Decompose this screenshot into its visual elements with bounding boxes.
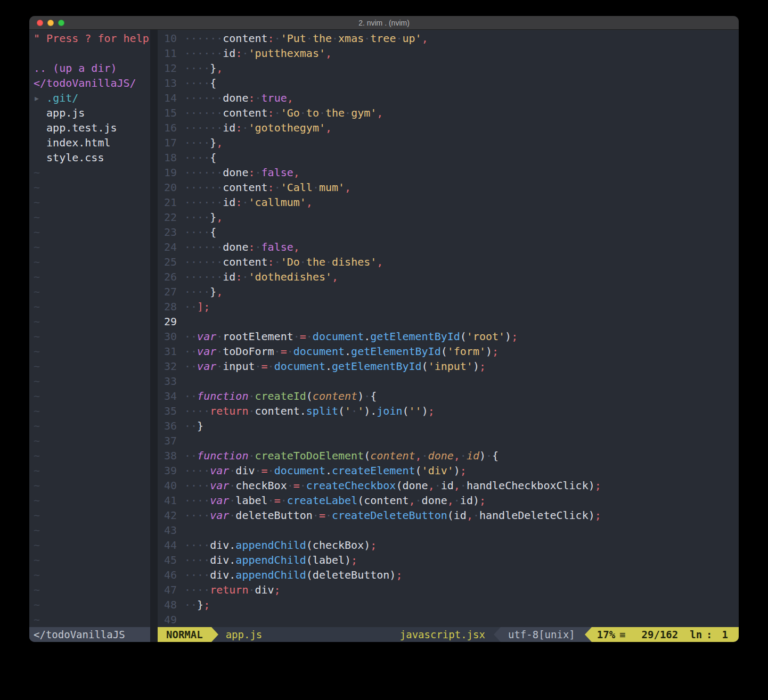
- whitespace-dot: ·: [184, 151, 191, 164]
- whitespace-dot: ·: [184, 32, 191, 45]
- code-line[interactable]: 30··var·rootElement·=·document.getElemen…: [158, 329, 739, 344]
- code-line[interactable]: 38··function·createToDoElement(content,·…: [158, 448, 739, 463]
- code-line[interactable]: 11······id:·'putthexmas',: [158, 46, 739, 61]
- code-line[interactable]: 35····return·content.split('·').join('')…: [158, 403, 739, 418]
- code-line[interactable]: 19······done:·false,: [158, 165, 739, 180]
- whitespace-dot: ·: [197, 554, 203, 566]
- whitespace-dot: ·: [184, 509, 191, 522]
- empty-line-tilde: ~: [34, 612, 150, 627]
- code-token: ): [505, 330, 511, 343]
- code-line[interactable]: 27····},: [158, 284, 739, 299]
- file-style-css[interactable]: style.css: [34, 150, 150, 165]
- code-token: 'input': [428, 360, 473, 373]
- code-token: checkBox: [235, 479, 287, 492]
- column-number: 1: [722, 629, 728, 640]
- code-line[interactable]: 40····var·checkBox·=·createCheckbox(done…: [158, 478, 739, 493]
- whitespace-dot: ·: [197, 569, 203, 581]
- whitespace-dot: ·: [210, 121, 216, 134]
- line-number: 48: [158, 597, 177, 612]
- whitespace-dot: ·: [473, 509, 479, 522]
- text-token: style.css: [34, 151, 104, 164]
- text-token: .git/: [46, 92, 78, 104]
- code-line[interactable]: 43: [158, 523, 739, 538]
- minimize-button[interactable]: [47, 20, 54, 26]
- up-dir[interactable]: .. (up a dir): [34, 61, 150, 76]
- code-line[interactable]: 18····{: [158, 150, 739, 165]
- whitespace-dot: ·: [191, 554, 197, 566]
- close-button[interactable]: [37, 20, 43, 26]
- code-line[interactable]: 31··var·toDoForm·=·document.getElementBy…: [158, 344, 739, 359]
- whitespace-dot: ·: [268, 464, 274, 477]
- code-line[interactable]: 22····},: [158, 210, 739, 225]
- text-token: app.js: [34, 106, 85, 119]
- code-line[interactable]: 32··var·input·=·document.getElementById(…: [158, 359, 739, 374]
- code-line[interactable]: 36··}: [158, 418, 739, 433]
- line-number: 49: [158, 612, 177, 627]
- code-line[interactable]: 42····var·deleteButton·=·createDeleteBut…: [158, 508, 739, 523]
- code-token: 'Call: [281, 181, 313, 194]
- code-line[interactable]: 20······content:·'Call·mum',: [158, 180, 739, 195]
- line-text: ······content:·'Put·the·xmas·tree·up',: [184, 32, 428, 45]
- code-editor[interactable]: 10······content:·'Put·the·xmas·tree·up',…: [158, 30, 739, 627]
- code-token: div.: [210, 539, 235, 551]
- code-line[interactable]: 48··};: [158, 597, 739, 612]
- code-line[interactable]: 13····{: [158, 76, 739, 90]
- zoom-button[interactable]: [58, 20, 64, 26]
- code-token: ): [473, 360, 479, 373]
- code-line[interactable]: 41····var·label·=·createLabel(content,·d…: [158, 493, 739, 508]
- file-index-html[interactable]: index.html: [34, 135, 150, 150]
- line-number: 14: [158, 90, 177, 105]
- whitespace-dot: ·: [197, 285, 203, 298]
- code-line[interactable]: 23····{: [158, 225, 739, 240]
- code-line[interactable]: 44····div.appendChild(checkBox);: [158, 538, 739, 553]
- dir-git[interactable]: ▸ .git/: [34, 90, 150, 105]
- whitespace-dot: ·: [364, 32, 370, 45]
- line-text: ······content:·'Do·the·dishes',: [184, 256, 383, 268]
- text-token: app.test.js: [34, 121, 117, 134]
- code-line[interactable]: 47····return·div;: [158, 582, 739, 597]
- code-line[interactable]: 21······id:·'callmum',: [158, 195, 739, 210]
- text-token: index.html: [34, 136, 111, 149]
- whitespace-dot: ·: [191, 62, 197, 75]
- code-line[interactable]: 26······id:·'dothedishes',: [158, 269, 739, 284]
- code-token: }: [210, 211, 216, 224]
- line-text: ······content:·'Go·to·the·gym',: [184, 106, 383, 119]
- code-line[interactable]: 14······done:·true,: [158, 90, 739, 105]
- code-token: false: [262, 241, 293, 253]
- code-line[interactable]: 46····div.appendChild(deleteButton);: [158, 567, 739, 582]
- whitespace-dot: ·: [274, 32, 281, 45]
- root-path[interactable]: </todoVanillaJS/: [34, 76, 150, 90]
- code-line[interactable]: 49: [158, 612, 739, 627]
- file-app-test-js[interactable]: app.test.js: [34, 120, 150, 135]
- line-text: ····return·div;: [184, 583, 281, 596]
- whitespace-dot: ·: [281, 494, 287, 507]
- code-line[interactable]: 37: [158, 433, 739, 448]
- window-titlebar[interactable]: 2. nvim . (nvim): [29, 16, 739, 30]
- file-app-js[interactable]: app.js: [34, 105, 150, 120]
- line-number: 40: [158, 478, 177, 493]
- code-token: handleCheckboxClick): [467, 479, 595, 492]
- code-line[interactable]: 16······id:·'gotothegym',: [158, 120, 739, 135]
- code-line[interactable]: 24······done:·false,: [158, 240, 739, 254]
- code-line[interactable]: 15······content:·'Go·to·the·gym',: [158, 105, 739, 120]
- code-line[interactable]: 29: [158, 314, 739, 329]
- code-token: the: [325, 106, 345, 119]
- window-split-divider[interactable]: [150, 30, 158, 627]
- code-line[interactable]: 17····},: [158, 135, 739, 150]
- code-token: :: [268, 256, 274, 268]
- code-token: 'root': [467, 330, 505, 343]
- code-token: ,: [345, 181, 351, 194]
- code-line[interactable]: 12····},: [158, 61, 739, 76]
- code-line[interactable]: 45····div.appendChild(label);: [158, 553, 739, 567]
- code-line[interactable]: 10······content:·'Put·the·xmas·tree·up',: [158, 31, 739, 46]
- code-line[interactable]: 33: [158, 374, 739, 389]
- whitespace-dot: ·: [197, 32, 203, 45]
- whitespace-dot: ·: [197, 479, 203, 492]
- code-token: id: [223, 196, 235, 209]
- line-text: ··};: [184, 598, 210, 611]
- code-line[interactable]: 28··];: [158, 299, 739, 314]
- code-line[interactable]: 34··function·createId(content)·{: [158, 389, 739, 403]
- code-line[interactable]: 39····var·div·=·document.createElement('…: [158, 463, 739, 478]
- whitespace-dot: ·: [203, 196, 210, 209]
- code-line[interactable]: 25······content:·'Do·the·dishes',: [158, 254, 739, 269]
